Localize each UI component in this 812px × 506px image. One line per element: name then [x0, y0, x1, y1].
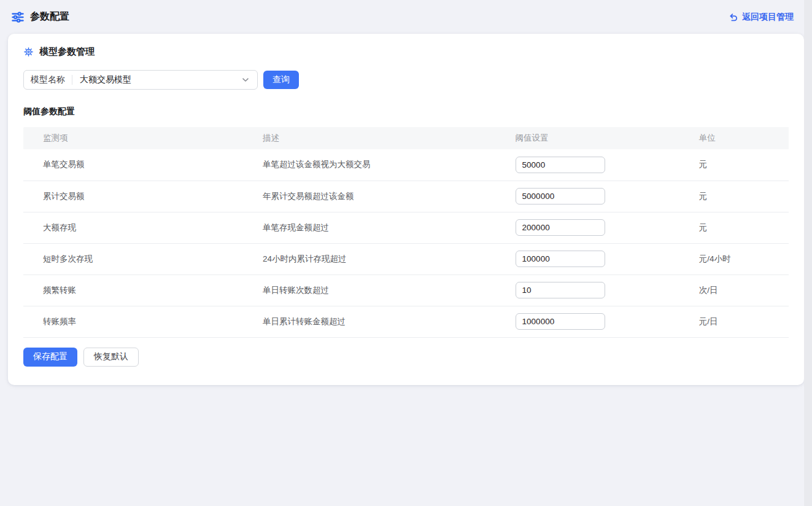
unit-label: 元	[689, 212, 789, 243]
model-name-select[interactable]: 模型名称 大额交易模型	[23, 70, 258, 90]
table-header-row: 监测项 描述 阈值设置 单位	[23, 127, 789, 149]
restore-defaults-button[interactable]: 恢复默认	[83, 348, 139, 367]
unit-label: 次/日	[689, 274, 789, 306]
monitor-desc: 单笔存现金额超过	[253, 212, 506, 243]
card-title-row: 模型参数管理	[23, 46, 789, 58]
threshold-input-frequent-deposit[interactable]	[516, 251, 605, 267]
monitor-desc: 单日转账次数超过	[253, 274, 506, 306]
unit-label: 元	[689, 181, 789, 212]
monitor-item: 频繁转账	[23, 274, 253, 306]
monitor-item: 单笔交易额	[23, 149, 253, 181]
unit-label: 元/日	[689, 306, 789, 337]
monitor-item: 累计交易额	[23, 181, 253, 212]
query-row: 模型名称 大额交易模型 查询	[23, 70, 789, 90]
threshold-input-frequent-transfer[interactable]	[516, 282, 605, 298]
monitor-desc: 单笔超过该金额视为大额交易	[253, 149, 506, 181]
scrollbar-track[interactable]	[804, 0, 812, 506]
table-row: 单笔交易额 单笔超过该金额视为大额交易 元	[23, 149, 789, 181]
threshold-input-cumulative-transaction[interactable]	[516, 188, 605, 204]
threshold-section-title: 阈值参数配置	[23, 106, 789, 117]
save-config-button[interactable]: 保存配置	[23, 348, 77, 367]
unit-label: 元	[689, 149, 789, 181]
page-header: 参数配置 返回项目管理	[0, 0, 812, 34]
page-header-left: 参数配置	[11, 10, 69, 24]
table-row: 短时多次存现 24小时内累计存现超过 元/4小时	[23, 243, 789, 274]
model-select-label: 模型名称	[24, 74, 72, 85]
monitor-item: 大额存现	[23, 212, 253, 243]
threshold-input-large-deposit[interactable]	[516, 219, 605, 236]
sliders-icon	[11, 10, 25, 24]
monitor-desc: 24小时内累计存现超过	[253, 243, 506, 274]
gear-icon	[23, 47, 34, 57]
table-row: 频繁转账 单日转账次数超过 次/日	[23, 274, 789, 306]
table-row: 转账频率 单日累计转账金额超过 元/日	[23, 306, 789, 337]
monitor-item: 转账频率	[23, 306, 253, 337]
query-button[interactable]: 查询	[263, 71, 299, 89]
undo-icon	[728, 12, 738, 22]
monitor-desc: 年累计交易额超过该金额	[253, 181, 506, 212]
column-header-threshold: 阈值设置	[506, 127, 689, 149]
threshold-input-single-transaction[interactable]	[516, 157, 605, 173]
chevron-down-icon	[241, 75, 250, 85]
column-header-item: 监测项	[23, 127, 253, 149]
back-to-projects-link[interactable]: 返回项目管理	[728, 12, 794, 23]
table-row: 累计交易额 年累计交易额超过该金额 元	[23, 181, 789, 212]
footer-buttons: 保存配置 恢复默认	[23, 348, 789, 367]
column-header-desc: 描述	[253, 127, 506, 149]
threshold-input-transfer-frequency[interactable]	[516, 313, 605, 330]
table-row: 大额存现 单笔存现金额超过 元	[23, 212, 789, 243]
monitor-desc: 单日累计转账金额超过	[253, 306, 506, 337]
monitor-item: 短时多次存现	[23, 243, 253, 274]
back-link-label: 返回项目管理	[742, 12, 794, 23]
card-title: 模型参数管理	[39, 46, 95, 58]
model-params-card: 模型参数管理 模型名称 大额交易模型 查询 阈值参数配置 监测项 描述 阈值设置…	[8, 34, 804, 385]
model-select-value: 大额交易模型	[72, 74, 241, 85]
unit-label: 元/4小时	[689, 243, 789, 274]
page-title: 参数配置	[30, 10, 69, 23]
threshold-table: 监测项 描述 阈值设置 单位 单笔交易额 单笔超过该金额视为大额交易 元 累计交…	[23, 127, 789, 338]
column-header-unit: 单位	[689, 127, 789, 149]
